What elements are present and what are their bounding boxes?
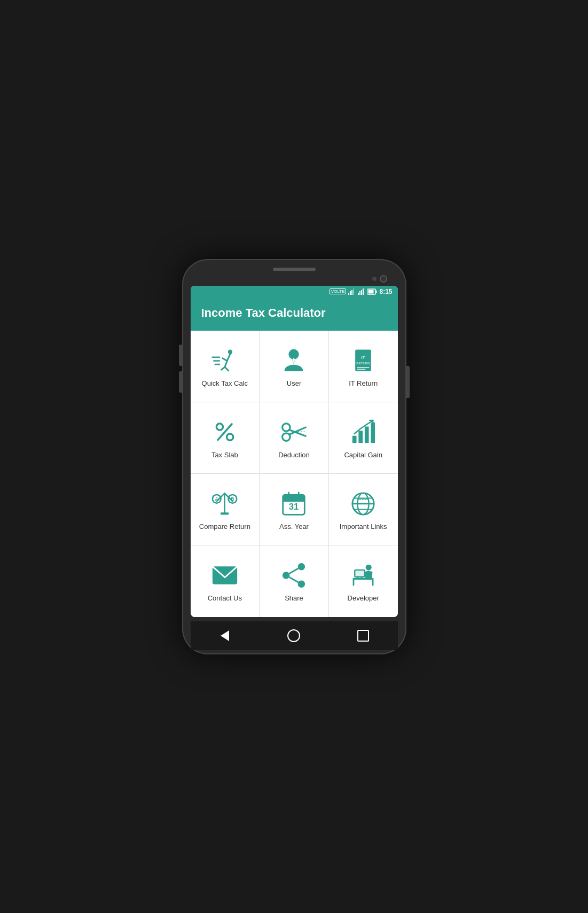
quick-tax-calc-label: Quick Tax Calc: [202, 379, 248, 387]
app-title: Income Tax Calculator: [201, 306, 387, 320]
app-header: Income Tax Calculator: [191, 298, 398, 331]
camera-row: [191, 275, 398, 283]
svg-line-62: [290, 578, 298, 582]
svg-rect-35: [359, 431, 363, 443]
grid-item-user[interactable]: User: [260, 331, 328, 402]
svg-point-63: [366, 565, 372, 571]
svg-text:www: www: [358, 496, 368, 501]
grid-item-tax-slab[interactable]: Tax Slab: [191, 402, 260, 473]
grid-item-ass-year[interactable]: 31 Ass. Year: [260, 474, 328, 545]
svg-rect-36: [365, 426, 369, 443]
grid-item-capital-gain[interactable]: Capital Gain: [329, 402, 398, 473]
svg-point-20: [289, 349, 299, 359]
svg-line-16: [221, 367, 225, 370]
grid-item-it-return[interactable]: IT RETURN IT Return: [329, 331, 398, 402]
grid-item-share[interactable]: Share: [260, 545, 328, 617]
user-icon: [279, 347, 309, 374]
svg-point-58: [298, 563, 305, 570]
svg-rect-9: [376, 290, 377, 293]
ass-year-label: Ass. Year: [279, 522, 309, 530]
sensor-dot: [372, 277, 377, 281]
compare-return-label: Compare Return: [199, 522, 250, 530]
tax-slab-label: Tax Slab: [211, 451, 238, 459]
svg-point-60: [298, 581, 305, 588]
svg-text:A: A: [215, 496, 218, 502]
capital-gain-label: Capital Gain: [344, 451, 382, 459]
contact-us-label: Contact Us: [208, 594, 242, 602]
svg-rect-7: [363, 288, 364, 295]
phone-screen: VOLTE 8:15 Income Tax Calculato: [191, 286, 398, 617]
svg-rect-5: [359, 291, 360, 295]
svg-rect-34: [352, 436, 357, 443]
scale-icon: A B: [210, 490, 240, 517]
svg-rect-45: [221, 512, 229, 514]
book-icon: IT RETURN: [348, 347, 378, 374]
svg-rect-37: [371, 423, 375, 443]
svg-rect-3: [353, 288, 354, 295]
volte-indicator: VOLTE: [330, 288, 347, 294]
svg-rect-6: [361, 290, 362, 295]
svg-rect-2: [351, 290, 352, 295]
main-grid: Quick Tax Calc User: [191, 331, 398, 617]
svg-point-59: [283, 572, 289, 579]
svg-rect-47: [283, 495, 305, 502]
home-button[interactable]: [283, 628, 304, 644]
percent-icon: [210, 419, 240, 446]
status-time: 8:15: [379, 288, 392, 295]
speaker-grille: [273, 268, 316, 271]
grid-item-compare-return[interactable]: A B Compare Return: [191, 474, 260, 545]
calendar-icon: 31: [279, 490, 309, 517]
svg-rect-68: [355, 570, 365, 577]
volume-down-button[interactable]: [179, 371, 182, 393]
svg-text:31: 31: [289, 502, 299, 512]
back-button[interactable]: [214, 628, 236, 644]
grid-item-deduction[interactable]: Deduction: [260, 402, 328, 473]
svg-line-14: [225, 361, 227, 367]
signal-icon-1: [348, 288, 356, 295]
developer-icon: [348, 562, 378, 589]
svg-line-61: [290, 569, 298, 574]
svg-point-26: [216, 424, 223, 430]
deduction-label: Deduction: [278, 451, 310, 459]
status-bar: VOLTE 8:15: [191, 286, 398, 298]
svg-rect-1: [350, 291, 351, 295]
it-return-label: IT Return: [349, 379, 378, 387]
signal-icon-2: [358, 288, 365, 295]
svg-text:RETURN: RETURN: [356, 361, 370, 365]
svg-rect-21: [355, 349, 371, 371]
mail-icon: [210, 562, 240, 589]
grid-item-quick-tax-calc[interactable]: Quick Tax Calc: [191, 331, 260, 402]
svg-rect-65: [353, 580, 355, 586]
share-icon: [279, 562, 309, 589]
navigation-bar: [191, 621, 398, 650]
power-button[interactable]: [406, 366, 410, 398]
chart-icon: [348, 419, 378, 446]
svg-line-12: [227, 354, 230, 361]
svg-text:IT: IT: [362, 355, 365, 360]
volume-up-button[interactable]: [179, 345, 182, 366]
grid-item-important-links[interactable]: www Important Links: [329, 474, 398, 545]
scissors-icon: [279, 419, 309, 446]
svg-point-27: [226, 434, 233, 440]
user-label: User: [287, 379, 301, 387]
svg-text:B: B: [231, 496, 234, 502]
share-label: Share: [285, 594, 303, 602]
svg-rect-0: [348, 293, 349, 295]
svg-rect-10: [369, 290, 374, 293]
globe-icon: www: [348, 490, 378, 517]
svg-rect-4: [358, 293, 359, 295]
grid-item-developer[interactable]: Developer: [329, 545, 398, 617]
svg-rect-66: [372, 580, 374, 586]
phone-frame: VOLTE 8:15 Income Tax Calculato: [182, 259, 406, 654]
grid-item-contact-us[interactable]: Contact Us: [191, 545, 260, 617]
battery-icon: [367, 288, 377, 295]
svg-line-28: [218, 424, 232, 440]
developer-label: Developer: [348, 594, 379, 602]
recents-button[interactable]: [352, 628, 374, 644]
running-icon: [210, 347, 240, 374]
front-camera: [380, 275, 387, 283]
important-links-label: Important Links: [340, 522, 387, 530]
svg-rect-64: [353, 578, 374, 580]
